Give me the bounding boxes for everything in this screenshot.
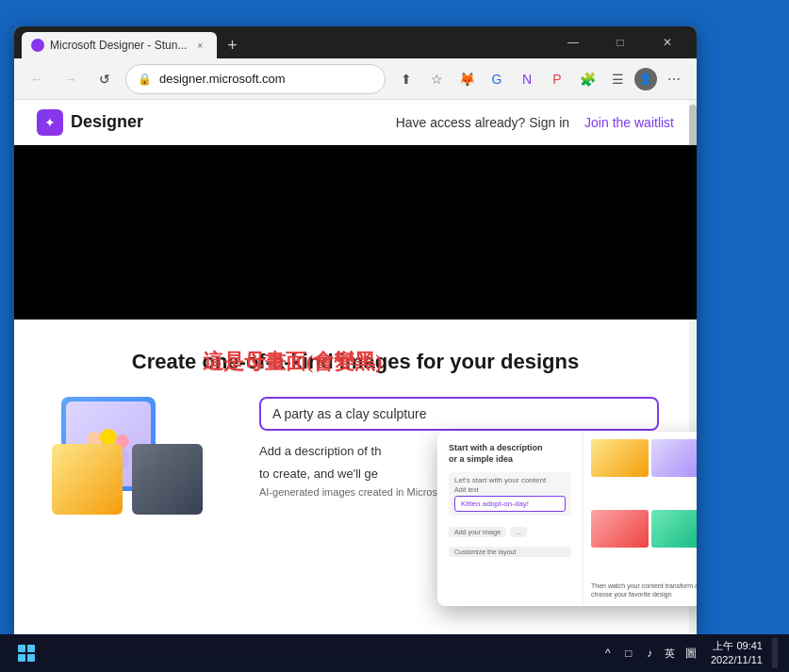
sys-tray: ^ □ ♪ 英 圖 [601,647,698,660]
sub-grid-item-2 [651,439,698,477]
profile-avatar[interactable]: 👤 [634,68,657,90]
menu-button[interactable]: ⋯ [661,66,687,92]
windows-taskbar: ^ □ ♪ 英 圖 上午 09:41 2022/11/11 [0,634,789,672]
input-container[interactable]: A party as a clay sculpture [259,397,659,431]
sub-footer-text: Then watch your content transform and ch… [591,582,697,598]
tray-network-icon[interactable]: 圖 [684,647,698,660]
hero-annotation: 這是母畫面(會變黑) [203,348,383,376]
bookmark-button[interactable]: ☆ [423,66,450,92]
sub-window-content: Start with a description or a simple ide… [437,432,697,606]
edge-extension-1[interactable]: 🦊 [453,66,480,92]
sub-bottom-area: Add your image ... [449,527,571,537]
maximize-button[interactable]: □ [599,26,642,58]
address-bar[interactable]: 🔒 designer.microsoft.com [125,64,386,94]
sign-in-text: Have access already? Sign in [396,115,569,130]
edge-extension-2[interactable]: G [484,66,510,92]
browser-tab[interactable]: Microsoft Designer - Stun... × [22,32,217,58]
taskbar-date: 2022/11/11 [711,653,763,667]
navbar-right: Have access already? Sign in Join the wa… [396,115,674,130]
waitlist-button[interactable]: Join the waitlist [584,115,674,130]
win-logo-q2 [27,645,35,652]
titlebar-controls: — □ ✕ [551,26,689,58]
sub-input-box[interactable]: Kitten adopt-on-day! [454,496,566,512]
show-desktop-button[interactable] [772,638,778,668]
refresh-button[interactable]: ↺ [91,66,118,92]
sub-add-text-label: Add text [454,486,566,493]
edge-extension-4[interactable]: P [544,66,570,92]
site-logo: ✦ Designer [37,109,143,136]
sub-right-grid [591,439,697,578]
sub-window-left: Start with a description or a simple ide… [437,432,584,606]
sub-grid-item-4 [651,510,698,548]
favorites-button[interactable]: ☰ [604,66,631,92]
browser-titlebar: Microsoft Designer - Stun... × + — □ ✕ [14,26,697,58]
win-logo-q3 [18,654,25,662]
back-button[interactable]: ← [24,66,50,92]
address-text: designer.microsoft.com [159,72,373,86]
sub-input-label: Let's start with your content [454,476,566,484]
browser-toolbar: ← → ↺ 🔒 designer.microsoft.com ⬆ ☆ 🦊 G N… [14,58,697,100]
collage-image-2 [52,444,123,515]
tray-volume-icon[interactable]: ♪ [643,647,656,660]
minimize-button[interactable]: — [551,26,595,58]
tray-caret-icon[interactable]: ^ [601,647,615,660]
sub-window: Start with a description or a simple ide… [437,432,697,606]
sub-window-right: Then watch your content transform and ch… [584,432,697,606]
logo-icon-symbol: ✦ [44,115,56,130]
site-navbar: ✦ Designer Have access already? Sign in … [14,100,697,145]
tab-favicon [31,39,44,52]
input-text: A party as a clay sculpture [272,406,426,421]
share-button[interactable]: ⬆ [393,66,419,92]
taskbar-clock[interactable]: 上午 09:41 2022/11/11 [711,639,763,668]
lock-icon: 🔒 [138,73,152,86]
tray-ime-icon[interactable]: 英 [664,647,677,660]
tray-keyboard-icon[interactable]: □ [622,647,635,660]
new-tab-button[interactable]: + [219,32,245,58]
webpage: ✦ Designer Have access already? Sign in … [14,100,697,634]
forward-button[interactable]: → [58,66,84,92]
sub-action-3[interactable]: Customize the layout [449,547,571,557]
win-logo-q4 [27,654,35,662]
sub-action-2[interactable]: ... [510,527,527,537]
taskbar-time: 上午 09:41 [711,639,763,653]
sub-action-1[interactable]: Add your image [449,527,506,537]
sub-window-title: Start with a description or a simple ide… [449,443,571,465]
toolbar-icons: ⬆ ☆ 🦊 G N P 🧩 ☰ 👤 ⋯ [393,66,687,92]
tab-title: Microsoft Designer - Stun... [50,39,187,52]
edge-extension-3[interactable]: N [514,66,540,92]
start-button[interactable] [11,638,41,668]
hero-image: 這是母畫面(會變黑) [14,145,697,320]
sub-input-area: Let's start with your content Add text K… [449,472,571,516]
extensions-button[interactable]: 🧩 [574,66,600,92]
logo-icon: ✦ [37,109,63,136]
close-button[interactable]: ✕ [646,26,689,58]
tab-close-btn[interactable]: × [192,38,207,53]
sub-grid-item-3 [591,510,649,548]
logo-text: Designer [71,112,143,132]
windows-logo [18,645,35,662]
sub-grid-item-1 [591,439,649,477]
image-collage [52,397,240,548]
tab-area: Microsoft Designer - Stun... × + [22,26,544,58]
browser-window: Microsoft Designer - Stun... × + — □ ✕ ←… [14,26,697,634]
collage-image-3 [132,444,203,515]
win-logo-q1 [18,645,25,652]
